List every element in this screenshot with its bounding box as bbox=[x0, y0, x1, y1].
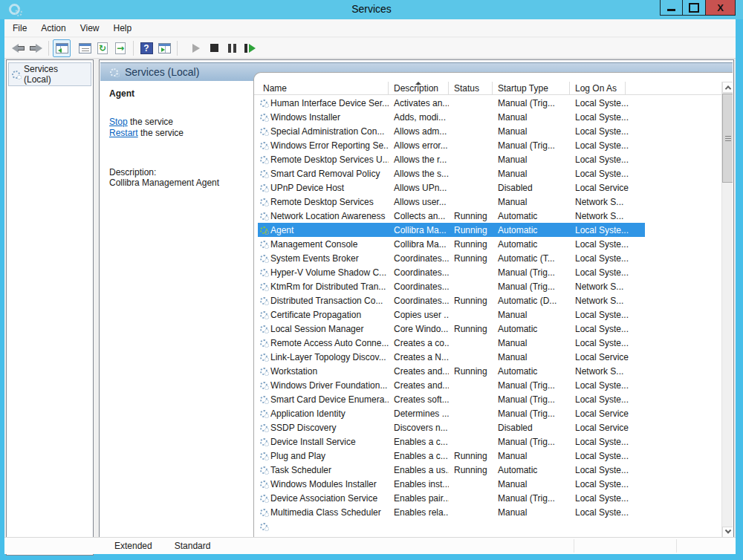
service-gear-icon bbox=[260, 523, 267, 530]
table-row[interactable]: Human Interface Device Ser...Activates a… bbox=[258, 96, 645, 110]
cell-startup: Manual bbox=[493, 507, 570, 518]
table-row[interactable]: Certificate PropagationCopies user ...Ma… bbox=[258, 307, 645, 322]
table-row[interactable]: Hyper-V Volume Shadow C...Coordinates...… bbox=[258, 265, 645, 279]
column-header-status[interactable]: Status bbox=[449, 82, 493, 94]
show-action-pane-button[interactable] bbox=[155, 39, 173, 57]
cell-logon: Local Syste... bbox=[570, 479, 645, 489]
start-service-button[interactable] bbox=[187, 39, 205, 57]
export-list-icon: → bbox=[115, 42, 126, 54]
table-row[interactable]: AgentCollibra Ma...RunningAutomaticLocal… bbox=[258, 223, 645, 237]
cell-desc: Coordinates... bbox=[389, 253, 449, 264]
cell-startup: Manual (Trig... bbox=[493, 140, 570, 151]
column-header-startup-type[interactable]: Startup Type bbox=[493, 82, 570, 94]
menu-help[interactable]: Help bbox=[114, 23, 132, 33]
service-gear-icon bbox=[260, 466, 267, 474]
cell-startup: Manual bbox=[493, 479, 570, 489]
service-detail-panel: Agent Stop the service Restart the servi… bbox=[109, 88, 250, 188]
vertical-scrollbar[interactable] bbox=[721, 82, 733, 538]
table-row[interactable]: Windows Error Reporting Se...Allows erro… bbox=[258, 138, 645, 152]
refresh-icon: ↻ bbox=[97, 42, 108, 54]
table-row[interactable]: Application IdentityDetermines ...Manual… bbox=[258, 406, 645, 420]
table-row[interactable]: System Events BrokerCoordinates...Runnin… bbox=[258, 251, 645, 265]
cell-name: UPnP Device Host bbox=[270, 183, 389, 193]
scrollbar-thumb[interactable] bbox=[722, 94, 733, 183]
cell-desc: Allows error... bbox=[389, 140, 449, 151]
table-row[interactable]: Multimedia Class SchedulerEnables rela..… bbox=[258, 505, 645, 519]
scroll-up-button[interactable] bbox=[722, 82, 733, 93]
table-row[interactable]: Special Administration Con...Allows adm.… bbox=[258, 124, 645, 138]
pause-service-button[interactable] bbox=[223, 39, 241, 57]
cell-startup: Automatic bbox=[493, 239, 570, 250]
table-row[interactable]: Windows InstallerAdds, modi...ManualLoca… bbox=[258, 110, 645, 124]
table-row[interactable]: Windows Driver Foundation...Creates and.… bbox=[258, 378, 645, 392]
cell-desc: Determines ... bbox=[389, 408, 449, 419]
cell-desc: Core Windo... bbox=[389, 324, 449, 334]
back-button[interactable] bbox=[9, 39, 27, 57]
cell-startup: Automatic bbox=[493, 211, 570, 221]
show-action-pane-icon bbox=[158, 43, 171, 53]
column-header-description[interactable]: Description bbox=[389, 82, 449, 94]
maximize-button[interactable] bbox=[683, 0, 706, 16]
table-row[interactable]: Link-Layer Topology Discov...Creates a N… bbox=[258, 350, 645, 364]
table-row[interactable]: Remote Desktop ServicesAllows user...Man… bbox=[258, 195, 645, 209]
forward-button[interactable] bbox=[27, 39, 45, 57]
cell-logon: Local Syste... bbox=[570, 338, 645, 348]
service-gear-icon bbox=[260, 311, 267, 319]
cell-logon: Local Syste... bbox=[570, 267, 645, 278]
cell-name: Smart Card Removal Policy bbox=[270, 169, 389, 179]
table-row[interactable]: Plug and PlayEnables a c...RunningManual… bbox=[258, 449, 645, 463]
refresh-button[interactable]: ↻ bbox=[94, 39, 111, 57]
show-console-tree-button[interactable] bbox=[53, 39, 71, 57]
table-row[interactable]: SSDP DiscoveryDiscovers n...DisabledLoca… bbox=[258, 420, 645, 434]
restart-service-button[interactable] bbox=[241, 39, 259, 57]
pause-service-icon bbox=[228, 44, 236, 53]
cell-startup: Manual bbox=[493, 352, 570, 362]
table-row[interactable]: Remote Desktop Services U...Allows the r… bbox=[258, 152, 645, 166]
menu-file[interactable]: File bbox=[13, 23, 27, 33]
service-table-body: Human Interface Device Ser...Activates a… bbox=[254, 96, 721, 538]
table-row[interactable]: KtmRm for Distributed Tran...Coordinates… bbox=[258, 279, 645, 293]
cell-name: Smart Card Device Enumera... bbox=[270, 394, 389, 405]
properties-button[interactable] bbox=[76, 39, 94, 57]
table-row[interactable]: Smart Card Removal PolicyAllows the s...… bbox=[258, 166, 645, 180]
cell-name: Agent bbox=[270, 225, 389, 235]
column-header-name[interactable]: Name bbox=[258, 82, 389, 94]
close-button[interactable]: X bbox=[706, 0, 736, 16]
service-gear-icon bbox=[260, 156, 267, 163]
stop-service-text: the service bbox=[128, 117, 173, 127]
table-row[interactable]: Windows Modules InstallerEnables inst...… bbox=[258, 477, 645, 491]
table-row[interactable]: Device Association ServiceEnables pair..… bbox=[258, 491, 645, 505]
table-row[interactable]: Distributed Transaction Co...Coordinates… bbox=[258, 293, 645, 307]
cell-logon: Local Syste... bbox=[570, 225, 645, 235]
export-list-button[interactable]: → bbox=[111, 39, 129, 57]
table-row[interactable]: Remote Access Auto Conne...Creates a co.… bbox=[258, 336, 645, 350]
scroll-down-button[interactable] bbox=[722, 527, 733, 538]
table-row[interactable]: Device Install ServiceEnables a c...Manu… bbox=[258, 434, 645, 449]
scrollbar-grip-icon bbox=[725, 136, 731, 137]
table-row[interactable]: Management ConsoleCollibra Ma...RunningA… bbox=[258, 237, 645, 251]
help-button[interactable]: ? bbox=[137, 39, 155, 57]
table-row[interactable]: Smart Card Device Enumera...Creates soft… bbox=[258, 392, 645, 406]
table-row[interactable]: Network Location AwarenessCollects an...… bbox=[258, 209, 645, 223]
table-row[interactable]: Task SchedulerEnables a us...RunningAuto… bbox=[258, 463, 645, 477]
cell-desc: Discovers n... bbox=[389, 423, 449, 433]
cell-name: Local Session Manager bbox=[270, 324, 389, 334]
cell-desc: Copies user ... bbox=[389, 310, 449, 320]
tree-item-services-local[interactable]: Services (Local) bbox=[8, 62, 91, 86]
minimize-button[interactable] bbox=[660, 0, 683, 16]
restart-service-link[interactable]: Restart bbox=[109, 128, 138, 138]
service-gear-icon bbox=[260, 212, 267, 220]
stop-service-button[interactable] bbox=[205, 39, 223, 57]
cell-startup: Disabled bbox=[493, 423, 570, 433]
cell-name: Certificate Propagation bbox=[270, 310, 389, 320]
cell-logon: Network S... bbox=[570, 366, 645, 377]
table-row[interactable]: Local Session ManagerCore Windo...Runnin… bbox=[258, 322, 645, 336]
column-header-log-on-as[interactable]: Log On As bbox=[570, 82, 626, 94]
menu-action[interactable]: Action bbox=[41, 23, 65, 33]
cell-logon: Local Syste... bbox=[570, 380, 645, 391]
stop-service-link[interactable]: Stop bbox=[109, 117, 128, 127]
menu-view[interactable]: View bbox=[80, 23, 100, 33]
table-row-clipped[interactable] bbox=[258, 519, 645, 533]
table-row[interactable]: UPnP Device HostAllows UPn...DisabledLoc… bbox=[258, 180, 645, 195]
table-row[interactable]: WorkstationCreates and...RunningAutomati… bbox=[258, 364, 645, 378]
